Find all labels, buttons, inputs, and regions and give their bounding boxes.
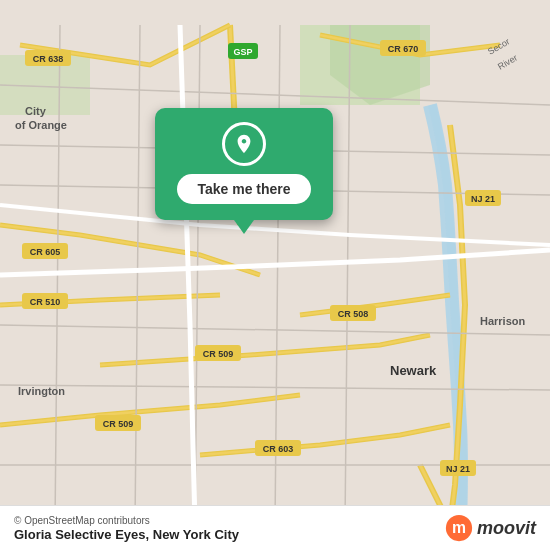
svg-text:CR 509: CR 509 xyxy=(203,349,234,359)
svg-text:m: m xyxy=(452,519,466,536)
svg-text:of Orange: of Orange xyxy=(15,119,67,131)
svg-text:CR 605: CR 605 xyxy=(30,247,61,257)
svg-text:NJ 21: NJ 21 xyxy=(446,464,470,474)
moovit-brand-icon: m xyxy=(445,514,473,542)
map-svg: CR 638 GSP CR 670 NJ 21 CR 605 CR 510 CR… xyxy=(0,0,550,550)
svg-text:CR 509: CR 509 xyxy=(103,419,134,429)
location-icon-circle xyxy=(222,122,266,166)
location-pin-icon xyxy=(233,133,255,155)
svg-text:CR 510: CR 510 xyxy=(30,297,61,307)
location-name: Gloria Selective Eyes, New York City xyxy=(14,527,239,542)
svg-text:CR 638: CR 638 xyxy=(33,54,64,64)
bottom-bar: © OpenStreetMap contributors Gloria Sele… xyxy=(0,505,550,550)
svg-text:Newark: Newark xyxy=(390,363,437,378)
osm-credit: © OpenStreetMap contributors xyxy=(14,515,239,526)
bottom-bar-info: © OpenStreetMap contributors Gloria Sele… xyxy=(14,515,239,542)
svg-text:Harrison: Harrison xyxy=(480,315,526,327)
popup-card: Take me there xyxy=(155,108,333,220)
moovit-logo: m moovit xyxy=(445,514,536,542)
svg-text:CR 508: CR 508 xyxy=(338,309,369,319)
svg-text:CR 670: CR 670 xyxy=(388,44,419,54)
moovit-text: moovit xyxy=(477,518,536,539)
svg-text:CR 603: CR 603 xyxy=(263,444,294,454)
svg-text:Irvington: Irvington xyxy=(18,385,65,397)
take-me-there-button[interactable]: Take me there xyxy=(177,174,310,204)
svg-text:NJ 21: NJ 21 xyxy=(471,194,495,204)
svg-text:City: City xyxy=(25,105,47,117)
map-container: CR 638 GSP CR 670 NJ 21 CR 605 CR 510 CR… xyxy=(0,0,550,550)
svg-text:GSP: GSP xyxy=(233,47,252,57)
